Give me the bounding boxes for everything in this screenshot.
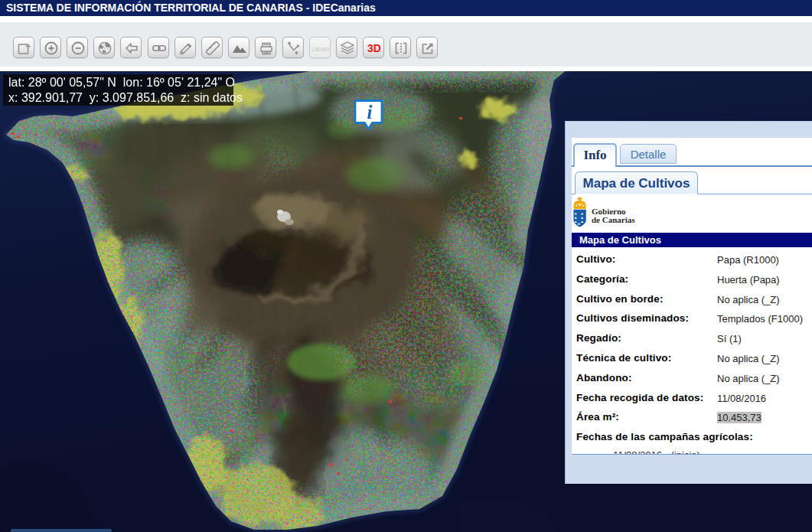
svg-text:i: i [367, 102, 373, 122]
svg-text:3D: 3D [367, 42, 381, 54]
svg-text:LIDAR: LIDAR [312, 46, 329, 53]
svg-text:de Canarias: de Canarias [592, 215, 635, 224]
